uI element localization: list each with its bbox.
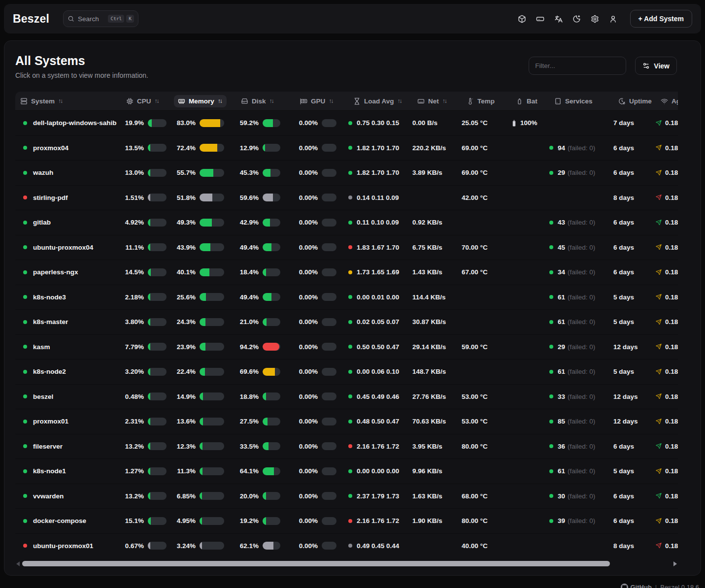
gpu-icon — [300, 98, 307, 105]
table-row[interactable]: dell-laptop-windows-sahib19.9%83.0%59.2%… — [15, 110, 678, 135]
system-status-dot — [23, 295, 27, 299]
table-row[interactable]: ubuntu-proxmox0411.1%43.9%49.4%0.00%1.83… — [15, 235, 678, 260]
column-header-disk[interactable]: Disk↑↓ — [236, 95, 295, 107]
load-status-dot — [348, 370, 352, 374]
services-failed-label: (failed: 0) — [568, 169, 595, 176]
cpu-cell: 13.5% — [121, 144, 173, 152]
hard-drive-icon[interactable] — [532, 10, 549, 27]
temp-value: 69.00 °C — [462, 169, 488, 176]
settings-icon[interactable] — [587, 10, 604, 27]
table-row[interactable]: wazuh13.0%55.7%45.3%0.00%1.82 1.70 1.703… — [15, 160, 678, 185]
search-input[interactable]: Search Ctrl K — [63, 10, 138, 27]
column-header-load[interactable]: Load Avg↑↓ — [348, 95, 412, 107]
filter-input[interactable] — [529, 57, 626, 75]
services-status-dot — [549, 345, 553, 349]
column-header-agent[interactable]: Agent — [656, 95, 678, 107]
system-cell: vvwarden — [15, 492, 121, 500]
column-header-memory[interactable]: Memory↑↓ — [173, 95, 236, 107]
net-cell: 3.89 KB/s — [412, 169, 462, 176]
load-cell: 1.83 1.67 1.70 — [348, 244, 412, 251]
column-header-cpu[interactable]: CPU↑↓ — [121, 95, 173, 107]
table-row[interactable]: k8s-master3.80%24.3%21.0%0.00%0.02 0.05 … — [15, 309, 678, 334]
table-row[interactable]: proxmox012.31%13.6%27.5%0.00%0.48 0.50 0… — [15, 409, 678, 434]
services-count: 34 — [558, 268, 565, 276]
table-row[interactable]: stirling-pdf1.51%51.8%59.6%0.00%0.14 0.1… — [15, 185, 678, 210]
top-navigation-bar: Beszel Search Ctrl K + Add System — [4, 4, 701, 33]
column-header-services[interactable]: Services — [549, 95, 613, 107]
column-header-system[interactable]: System↑↓ — [15, 95, 121, 107]
services-count: 33 — [558, 393, 565, 400]
gpu-cell: 0.00% — [295, 442, 348, 450]
uptime-value: 12 days — [613, 393, 638, 400]
services-failed-label: (failed: 0) — [568, 318, 595, 326]
agent-version: 0.18.6 — [665, 144, 678, 152]
load-status-dot — [348, 221, 352, 225]
column-header-gpu[interactable]: GPU↑↓ — [295, 95, 348, 107]
memory-meter — [200, 418, 224, 425]
net-value: 1.43 KB/s — [412, 268, 442, 276]
scroll-left-arrow[interactable] — [16, 561, 20, 566]
agent-cell: 0.18.6 — [656, 418, 678, 425]
table-row[interactable]: ubuntu-proxmox010.67%3.24%62.1%0.00%0.49… — [15, 533, 678, 558]
horizontal-scrollbar[interactable] — [15, 560, 678, 567]
system-cell: docker-compose — [15, 517, 121, 524]
table-row[interactable]: fileserver13.2%12.3%33.5%0.00%2.16 1.76 … — [15, 434, 678, 459]
net-cell: 70.63 KB/s — [412, 418, 462, 425]
table-row[interactable]: beszel0.48%14.9%18.8%0.00%0.45 0.49 0.46… — [15, 384, 678, 409]
memory-meter — [200, 219, 224, 227]
temp-cell: 70.00 °C — [462, 244, 511, 251]
gpu-cell: 0.00% — [295, 368, 348, 376]
system-status-dot — [23, 196, 27, 199]
scrollbar-thumb[interactable] — [22, 561, 610, 566]
user-icon[interactable] — [605, 10, 622, 27]
search-shortcut: Ctrl K — [108, 15, 134, 23]
add-system-button[interactable]: + Add System — [630, 10, 692, 28]
cpu-meter — [148, 293, 167, 301]
system-cell: ubuntu-proxmox01 — [15, 542, 121, 550]
services-count: 85 — [558, 418, 565, 425]
cpu-cell: 15.1% — [121, 517, 173, 525]
memory-value: 25.6% — [173, 294, 196, 301]
disk-cell: 27.5% — [236, 418, 295, 425]
memory-meter — [200, 467, 224, 475]
net-value: 220.2 KB/s — [412, 144, 446, 152]
system-status-dot — [23, 370, 27, 374]
gpu-cell: 0.00% — [295, 542, 348, 550]
uptime-cell: 6 days — [613, 219, 656, 226]
theme-toggle-icon[interactable] — [569, 10, 585, 27]
temp-value: 25.05 °C — [462, 119, 488, 127]
languages-icon[interactable] — [550, 10, 567, 27]
table-row[interactable]: k8s-node32.18%25.6%49.4%0.00%0.00 0.01 0… — [15, 285, 678, 310]
table-row[interactable]: k8s-node23.20%22.4%69.6%0.00%0.00 0.06 0… — [15, 359, 678, 384]
agent-cell: 0.18.6 — [656, 244, 678, 251]
system-name: k8s-node1 — [33, 467, 66, 475]
table-row[interactable]: paperless-ngx14.5%40.1%18.4%0.00%1.73 1.… — [15, 260, 678, 285]
column-header-bat[interactable]: Bat — [511, 95, 549, 107]
view-button[interactable]: View — [635, 57, 677, 75]
agent-cell: 0.18.6 — [656, 368, 678, 375]
table-row[interactable]: kasm7.79%23.9%94.2%0.00%0.50 0.50 0.4729… — [15, 334, 678, 359]
gpu-value: 0.00% — [295, 517, 318, 524]
github-link[interactable]: GitHub — [621, 584, 652, 588]
memory-cell: 49.3% — [173, 219, 236, 227]
table-row[interactable]: k8s-node11.27%11.3%64.1%0.00%0.00 0.00 0… — [15, 458, 678, 484]
cpu-cell: 19.9% — [121, 119, 173, 127]
table-row[interactable]: docker-compose15.1%4.95%19.2%0.00%2.16 1… — [15, 508, 678, 533]
gpu-value: 0.00% — [295, 393, 318, 400]
table-row[interactable]: gitlab4.92%49.3%42.9%0.00%0.11 0.10 0.09… — [15, 210, 678, 235]
services-status-dot — [549, 295, 553, 299]
system-name: k8s-node2 — [33, 368, 66, 375]
scroll-right-arrow[interactable] — [673, 561, 677, 566]
column-header-net[interactable]: Net↑↓ — [412, 95, 462, 107]
table-row[interactable]: vvwarden13.2%6.85%20.0%0.00%2.37 1.79 1.… — [15, 484, 678, 509]
cpu-meter — [148, 144, 167, 152]
agent-cell: 0.18.6 — [656, 294, 678, 301]
table-row[interactable]: proxmox0413.5%72.4%12.9%0.00%1.82 1.70 1… — [15, 135, 678, 161]
agent-version: 0.18.6 — [665, 194, 678, 201]
disk-meter — [263, 418, 280, 425]
column-header-uptime[interactable]: Uptime — [613, 95, 656, 107]
package-icon[interactable] — [514, 10, 531, 27]
column-label: System — [31, 98, 55, 105]
column-header-temp[interactable]: Temp — [462, 95, 511, 107]
system-name: proxmox01 — [33, 418, 68, 425]
